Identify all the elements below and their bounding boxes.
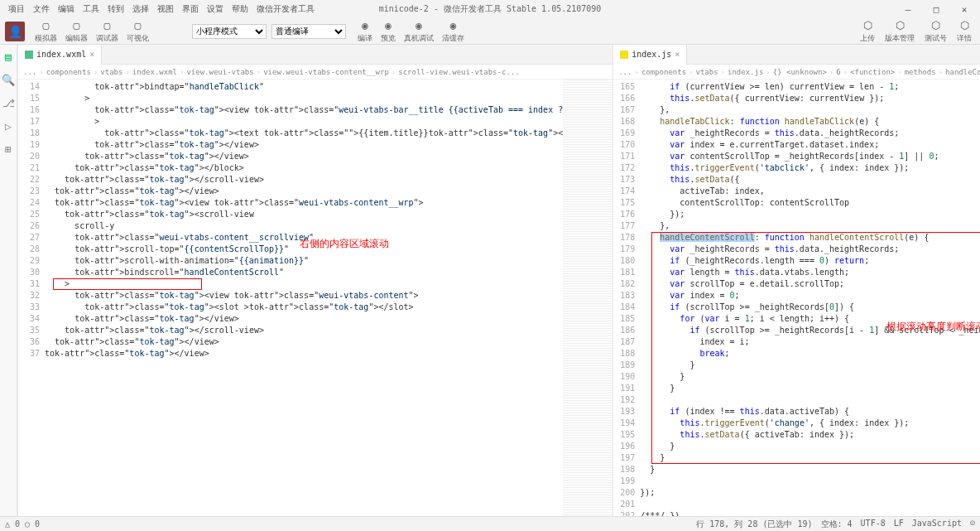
avatar[interactable]: 👤 xyxy=(5,22,25,41)
window-maximize[interactable]: □ xyxy=(925,4,947,15)
window-minimize[interactable]: — xyxy=(897,4,919,15)
annotation-right: 根据滚动高度判断滚动到哪里了 xyxy=(886,320,980,334)
toolbar-action[interactable]: ◉清缓存 xyxy=(439,19,468,44)
toolbar-action[interactable]: ◉预览 xyxy=(377,19,399,44)
annotation-left: 右侧的内容区域滚动 xyxy=(300,237,389,251)
status-left[interactable]: △ 0 ○ 0 xyxy=(5,519,40,529)
eol[interactable]: LF xyxy=(894,519,904,530)
main-toolbar: 👤 ▢模拟器▢编辑器▢调试器▢可视化 小程序模式 普通编译 ◉编译◉预览◉真机调… xyxy=(0,18,980,45)
toolbar-item[interactable]: ▢可视化 xyxy=(123,19,152,44)
menu-item[interactable]: 工具 xyxy=(79,3,103,15)
menu-item[interactable]: 文件 xyxy=(30,3,53,15)
menu-item[interactable]: 项目 xyxy=(5,3,28,15)
editor-pane-left: index.wxml × ...›components›vtabs›index.… xyxy=(18,45,613,516)
toolbar-item[interactable]: ▢编辑器 xyxy=(62,19,91,44)
toolbar-right-item[interactable]: ⬡详情 xyxy=(954,19,975,44)
toolbar-right-item[interactable]: ⬡测试号 xyxy=(921,19,950,44)
status-bar: △ 0 ○ 0 行 178, 列 28 (已选中 19) 空格: 4 UTF-8… xyxy=(0,516,980,531)
title-bar: 项目文件编辑工具转到选择视图界面设置帮助微信开发者工具 minicode-2 -… xyxy=(0,0,980,18)
menu-item[interactable]: 选择 xyxy=(129,3,152,15)
explorer-icon[interactable]: ▤ xyxy=(0,48,17,65)
indent[interactable]: 空格: 4 xyxy=(821,519,853,530)
feedback-icon[interactable]: ☺ xyxy=(970,519,975,530)
cursor-position[interactable]: 行 178, 列 28 (已选中 19) xyxy=(696,519,812,530)
encoding[interactable]: UTF-8 xyxy=(861,519,886,530)
tab-index-js[interactable]: index.js × xyxy=(613,45,687,65)
toolbar-action[interactable]: ◉编译 xyxy=(354,19,376,44)
menu-item[interactable]: 视图 xyxy=(154,3,177,15)
activity-bar: ▤ 🔍 ⎇ ▷ ⊞ xyxy=(0,45,17,516)
compile-select[interactable]: 普通编译 xyxy=(271,24,346,39)
toolbar-action[interactable]: ◉真机调试 xyxy=(401,19,437,44)
project-name: minicode-2 xyxy=(379,4,429,13)
menu-item[interactable]: 帮助 xyxy=(228,3,252,15)
git-icon[interactable]: ⎇ xyxy=(0,94,17,111)
tab-index-wxml[interactable]: index.wxml × xyxy=(18,45,102,65)
menu-item[interactable]: 编辑 xyxy=(55,3,78,15)
toolbar-right-item[interactable]: ⬡上传 xyxy=(857,19,878,44)
menu-item[interactable]: 界面 xyxy=(179,3,202,15)
menu-item[interactable]: 转到 xyxy=(104,3,127,15)
minimap-left[interactable] xyxy=(563,80,612,516)
breadcrumb-right[interactable]: ...›components›vtabs›index.js›{} <unknow… xyxy=(613,65,980,80)
menu-item[interactable]: 微信开发者工具 xyxy=(253,3,318,15)
code-right[interactable]: if (currentView >= len) currentView = le… xyxy=(640,80,980,516)
editor-pane-right: index.js × ...›components›vtabs›index.js… xyxy=(613,45,980,516)
gutter-right: 165 166 167 168 169 170 171 172 173 174 … xyxy=(613,80,640,516)
window-close[interactable]: ✕ xyxy=(954,4,975,15)
breadcrumb-left[interactable]: ...›components›vtabs›index.wxml›view.weu… xyxy=(18,65,612,80)
search-icon[interactable]: 🔍 xyxy=(0,71,17,88)
gutter-left: 14 15 16 17 18 19 20 21 22 23 24 25 26 2… xyxy=(18,80,45,516)
code-left[interactable]: tok-attr">bindtap="handleTabClick" > tok… xyxy=(45,80,563,516)
close-icon[interactable]: × xyxy=(675,50,680,59)
menu-item[interactable]: 设置 xyxy=(204,3,227,15)
toolbar-right-item[interactable]: ⬡版本管理 xyxy=(882,19,918,44)
ext-icon[interactable]: ⊞ xyxy=(0,141,17,157)
app-title: 微信开发者工具 Stable 1.05.2107090 xyxy=(444,4,601,13)
toolbar-item[interactable]: ▢调试器 xyxy=(93,19,122,44)
debug-icon[interactable]: ▷ xyxy=(0,118,17,134)
toolbar-item[interactable]: ▢模拟器 xyxy=(31,19,60,44)
language[interactable]: JavaScript xyxy=(912,519,962,530)
mode-select[interactable]: 小程序模式 xyxy=(192,24,267,39)
close-icon[interactable]: × xyxy=(89,50,94,59)
